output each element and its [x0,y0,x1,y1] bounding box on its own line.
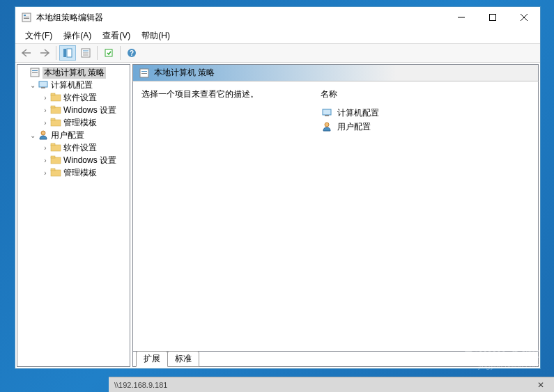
main-window: 本地组策略编辑器 文件(F) 操作(A) 查看(V) 帮助(H) [15,6,541,369]
tree-admin-templates-user[interactable]: › 管理模板 [17,166,130,179]
folder-icon [50,167,61,178]
toggle-tree-button[interactable] [59,45,76,61]
tab-extended[interactable]: 扩展 [136,351,168,367]
help-button[interactable]: ? [123,45,140,61]
tree-label: Windows 设置 [63,155,116,166]
folder-icon [50,117,61,128]
menubar: 文件(F) 操作(A) 查看(V) 帮助(H) [15,28,540,43]
menu-file[interactable]: 文件(F) [20,29,58,43]
computer-icon [321,107,332,118]
tree-label: 管理模板 [63,167,97,179]
tree-label: 管理模板 [63,117,97,129]
list-item-label: 计算机配置 [337,107,379,119]
svg-rect-1 [24,15,26,16]
window-title: 本地组策略编辑器 [36,12,103,24]
user-icon [38,130,49,141]
nav-back-button[interactable] [18,45,35,61]
svg-rect-31 [51,157,61,164]
computer-icon [38,79,49,91]
collapse-icon[interactable]: ⌄ [29,81,37,89]
export-button[interactable] [100,45,117,61]
toolbar-separator [97,46,98,60]
svg-rect-3 [24,18,29,19]
folder-icon [50,92,61,103]
svg-rect-19 [32,72,38,73]
tree-windows-settings[interactable]: › Windows 设置 [17,104,130,116]
svg-rect-25 [51,106,55,108]
tree-windows-settings-user[interactable]: › Windows 设置 [17,154,130,166]
collapse-icon[interactable]: ⌄ [29,132,37,139]
tab-standard[interactable]: 标准 [167,351,199,367]
tree-label: 软件设置 [63,92,97,104]
toolbar-separator [56,46,56,60]
taskbar-close-icon[interactable]: ✕ [533,380,548,390]
folder-icon [50,142,61,153]
svg-rect-39 [325,115,329,116]
svg-rect-32 [51,156,55,158]
tree-computer-config[interactable]: ⌄ 计算机配置 [17,79,130,91]
toolbar: ? [15,43,540,63]
svg-rect-27 [51,118,55,120]
description-text: 选择一个项目来查看它的描述。 [141,89,259,99]
expand-icon[interactable]: › [41,94,49,102]
detail-header-text: 本地计算机 策略 [154,67,215,79]
svg-rect-34 [51,168,55,171]
properties-button[interactable] [77,45,94,61]
svg-rect-22 [51,95,61,101]
tree-admin-templates[interactable]: › 管理模板 [17,116,130,129]
nav-forward-button[interactable] [36,45,53,61]
svg-rect-18 [32,70,38,71]
expand-icon[interactable]: › [41,169,49,177]
description-column: 选择一个项目来查看它的描述。 [141,88,300,351]
expand-icon[interactable]: › [41,119,49,127]
app-icon [21,12,32,23]
svg-rect-20 [39,81,47,87]
toolbar-separator [120,46,121,60]
list-item-user-config[interactable]: 用户配置 [321,120,530,134]
titlebar: 本地组策略编辑器 [15,7,540,28]
expand-icon[interactable]: › [41,144,49,152]
svg-rect-5 [489,15,495,21]
menu-action[interactable]: 操作(A) [58,29,97,43]
menu-view[interactable]: 查看(V) [97,29,136,43]
list-item-computer-config[interactable]: 计算机配置 [321,106,530,120]
tree-panel[interactable]: 本地计算机 策略 ⌄ 计算机配置 › 软件设置 › [17,64,130,367]
window-controls [445,7,540,28]
tree-software-settings[interactable]: › 软件设置 [17,91,130,104]
svg-rect-29 [51,145,61,151]
tree-user-config[interactable]: ⌄ 用户配置 [17,129,130,141]
svg-rect-37 [141,73,147,74]
svg-rect-9 [67,49,72,57]
taskbar-item[interactable]: \\192.168.9.181 ✕ [109,377,554,392]
svg-rect-26 [51,120,61,126]
detail-area: 选择一个项目来查看它的描述。 名称 计算机配置 用户配置 [132,81,539,352]
expand-icon[interactable]: › [41,107,49,114]
taskbar-path: \\192.168.9.181 [114,381,167,389]
tree-label: 计算机配置 [51,79,93,91]
tree-software-settings-user[interactable]: › 软件设置 [17,141,130,154]
svg-rect-24 [51,107,61,113]
name-column-header[interactable]: 名称 [321,88,530,100]
content-area: 本地计算机 策略 ⌄ 计算机配置 › 软件设置 › [15,63,540,368]
svg-rect-8 [63,49,66,57]
tree-label: Windows 设置 [63,104,116,116]
svg-rect-30 [51,143,55,146]
svg-point-40 [325,123,329,127]
svg-rect-14 [105,49,112,56]
tabs-row: 扩展 标准 [132,352,539,367]
tree-root[interactable]: 本地计算机 策略 [17,66,130,79]
svg-text:?: ? [130,49,134,57]
svg-rect-33 [51,170,61,176]
tree-label: 软件设置 [63,142,97,154]
list-item-label: 用户配置 [337,121,371,133]
menu-help[interactable]: 帮助(H) [136,29,176,43]
expand-icon[interactable]: › [41,157,49,164]
close-button[interactable] [508,7,540,28]
policy-icon [139,68,150,79]
tree-root-label: 本地计算机 策略 [43,67,106,79]
svg-rect-2 [24,17,29,17]
maximize-button[interactable] [477,7,508,28]
folder-icon [50,155,61,166]
minimize-button[interactable] [445,7,477,28]
user-icon [321,121,332,132]
